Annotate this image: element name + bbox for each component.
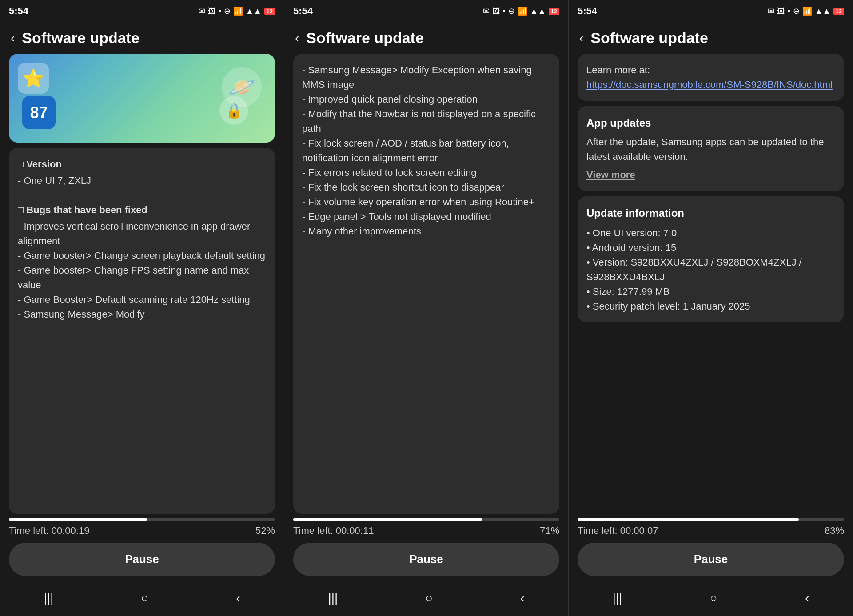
app-updates-title: App updates <box>586 115 835 131</box>
pause-button-1[interactable]: Pause <box>9 543 275 576</box>
progress-info-1: Time left: 00:00:19 52% <box>9 525 275 537</box>
bugs-list-text: - Samsung Message> Modify Exception when… <box>302 63 550 238</box>
status-time-3: 5:54 <box>578 5 597 17</box>
update-info-card: Update information • One UI version: 7.0… <box>578 196 844 322</box>
progress-bar-fill-2 <box>293 518 482 521</box>
star-icon: ⭐ <box>18 63 49 94</box>
header-3: ‹ Software update <box>569 22 853 54</box>
status-time-1: 5:54 <box>9 5 28 17</box>
page-title-2: Software update <box>306 29 423 47</box>
signal-do-not-disturb-1: ⊖ <box>224 6 231 16</box>
nav-bar-2: ||| ○ ‹ <box>284 580 568 616</box>
update-info-item-3: • Size: 1277.99 MB <box>586 284 835 299</box>
app-banner-image: ⭐ 🪐 87 🔒 <box>9 54 275 143</box>
update-info-item-2: • Version: S928BXXU4ZXLJ / S928BOXM4ZXLJ… <box>586 255 835 284</box>
back-button-3[interactable]: ‹ <box>579 31 583 45</box>
nav-bar-3: ||| ○ ‹ <box>569 580 853 616</box>
update-info-item-0: • One UI version: 7.0 <box>586 226 835 240</box>
bugs-list-card: - Samsung Message> Modify Exception when… <box>293 54 559 514</box>
back-nav-button-1[interactable]: ‹ <box>236 591 240 605</box>
signal-icon-3: ▲▲ <box>815 7 831 16</box>
message-icon-2: ✉ <box>483 6 490 16</box>
page-title-1: Software update <box>22 29 139 47</box>
back-button-1[interactable]: ‹ <box>11 31 15 45</box>
progress-section-3: Time left: 00:00:07 83% Pause <box>569 514 853 580</box>
status-icons-1: ✉ 🖼 • ⊖ 📶 ▲▲ 12 <box>199 6 275 16</box>
back-button-2[interactable]: ‹ <box>295 31 299 45</box>
progress-bar-fill-3 <box>578 518 799 521</box>
scroll-content-1: ⭐ 🪐 87 🔒 □ Version - One UI 7, ZXLJ □ Bu… <box>0 54 284 514</box>
status-icons-3: ✉ 🖼 • ⊖ 📶 ▲▲ 12 <box>768 6 844 16</box>
status-time-2: 5:54 <box>293 5 313 17</box>
status-bar-1: 5:54 ✉ 🖼 • ⊖ 📶 ▲▲ 12 <box>0 0 284 22</box>
bugs-title: □ Bugs that have been fixed <box>18 203 266 217</box>
app-updates-text: After the update, Samsung apps can be up… <box>586 135 835 164</box>
app-updates-card: App updates After the update, Samsung ap… <box>578 106 844 191</box>
battery-badge-1: 12 <box>264 8 275 15</box>
time-left-2: Time left: 00:00:11 <box>293 525 374 537</box>
dot-icon-2: • <box>503 7 506 16</box>
page-title-3: Software update <box>590 29 708 47</box>
battery-badge-3: 12 <box>833 8 844 15</box>
wifi-icon-3: 📶 <box>802 6 812 16</box>
message-icon-1: ✉ <box>199 6 205 16</box>
recent-apps-button-1[interactable]: ||| <box>44 591 53 605</box>
status-bar-3: 5:54 ✉ 🖼 • ⊖ 📶 ▲▲ 12 <box>569 0 853 22</box>
update-info-item-1: • Android version: 15 <box>586 240 835 255</box>
progress-section-2: Time left: 00:00:11 71% Pause <box>284 514 568 580</box>
recent-apps-button-3[interactable]: ||| <box>613 591 622 605</box>
learn-more-card: Learn more at: https://doc.samsungmobile… <box>578 54 844 101</box>
calendar-icon: 87 <box>22 96 56 129</box>
version-title: □ Version <box>18 157 266 171</box>
progress-bar-bg-2 <box>293 518 559 521</box>
view-more-link[interactable]: View more <box>586 167 635 182</box>
percent-3: 83% <box>825 525 844 537</box>
update-info-title: Update information <box>586 205 835 221</box>
phone-panel-3: 5:54 ✉ 🖼 • ⊖ 📶 ▲▲ 12 ‹ Software update L… <box>569 0 853 616</box>
progress-bar-fill-1 <box>9 518 147 521</box>
percent-1: 52% <box>255 525 275 537</box>
progress-bar-bg-1 <box>9 518 275 521</box>
dot-icon-1: • <box>219 7 221 16</box>
home-button-3[interactable]: ○ <box>710 591 717 605</box>
time-left-3: Time left: 00:00:07 <box>578 525 658 537</box>
version-info-card: □ Version - One UI 7, ZXLJ □ Bugs that h… <box>9 148 275 514</box>
wifi-icon-2: 📶 <box>518 6 527 16</box>
back-nav-button-2[interactable]: ‹ <box>520 591 524 605</box>
percent-2: 71% <box>540 525 559 537</box>
wifi-icon-1: 📶 <box>233 6 243 16</box>
message-icon-3: ✉ <box>768 6 774 16</box>
progress-bar-bg-3 <box>578 518 844 521</box>
signal-do-not-disturb-3: ⊖ <box>793 6 800 16</box>
dot-icon-3: • <box>788 7 790 16</box>
phone-panel-1: 5:54 ✉ 🖼 • ⊖ 📶 ▲▲ 12 ‹ Software update ⭐… <box>0 0 284 616</box>
learn-more-link[interactable]: https://doc.samsungmobile.com/SM-S928B/I… <box>586 77 835 92</box>
battery-badge-2: 12 <box>549 8 559 15</box>
version-text: - One UI 7, ZXLJ <box>18 173 266 188</box>
progress-info-2: Time left: 00:00:11 71% <box>293 525 559 537</box>
signal-icon-1: ▲▲ <box>246 7 262 16</box>
recent-apps-button-2[interactable]: ||| <box>328 591 338 605</box>
status-bar-2: 5:54 ✉ 🖼 • ⊖ 📶 ▲▲ 12 <box>284 0 568 22</box>
status-icons-2: ✉ 🖼 • ⊖ 📶 ▲▲ 12 <box>483 6 559 16</box>
bugs-text: - Improves vertical scroll inconvenience… <box>18 219 266 322</box>
pause-button-2[interactable]: Pause <box>293 543 559 576</box>
lock-icon: 🔒 <box>219 96 248 125</box>
progress-section-1: Time left: 00:00:19 52% Pause <box>0 514 284 580</box>
photo-icon-1: 🖼 <box>208 7 216 16</box>
back-nav-button-3[interactable]: ‹ <box>805 591 809 605</box>
phone-panel-2: 5:54 ✉ 🖼 • ⊖ 📶 ▲▲ 12 ‹ Software update -… <box>284 0 569 616</box>
header-2: ‹ Software update <box>284 22 568 54</box>
learn-more-label: Learn more at: <box>586 63 835 77</box>
scroll-content-2: - Samsung Message> Modify Exception when… <box>284 54 568 514</box>
scroll-content-3: Learn more at: https://doc.samsungmobile… <box>569 54 853 514</box>
time-left-1: Time left: 00:00:19 <box>9 525 89 537</box>
nav-bar-1: ||| ○ ‹ <box>0 580 284 616</box>
pause-button-3[interactable]: Pause <box>578 543 844 576</box>
home-button-1[interactable]: ○ <box>141 591 148 605</box>
update-info-item-4: • Security patch level: 1 January 2025 <box>586 299 835 314</box>
photo-icon-2: 🖼 <box>492 7 500 16</box>
header-1: ‹ Software update <box>0 22 284 54</box>
signal-icon-2: ▲▲ <box>530 7 546 16</box>
home-button-2[interactable]: ○ <box>425 591 433 605</box>
